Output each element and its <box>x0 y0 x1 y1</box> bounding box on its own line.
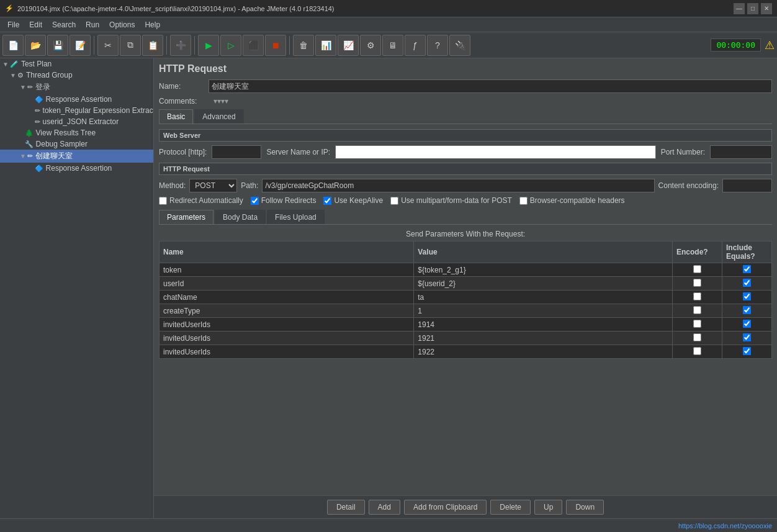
param-name[interactable]: token <box>159 263 414 277</box>
protocol-input[interactable] <box>212 145 261 159</box>
param-name[interactable]: userId <box>159 277 414 291</box>
param-name[interactable]: invitedUserIds <box>159 345 414 359</box>
save-button[interactable]: 💾 <box>47 35 68 56</box>
param-name[interactable]: invitedUserIds <box>159 331 414 345</box>
param-value[interactable]: 1921 <box>414 331 673 345</box>
param-include[interactable] <box>722 263 772 277</box>
param-encode[interactable] <box>673 277 722 291</box>
plugin-button[interactable]: 🔌 <box>449 35 470 56</box>
stop-now-button[interactable]: ⏹ <box>265 35 286 56</box>
sidebar-item-create-chat[interactable]: ▼ ✏ 创建聊天室 <box>0 150 153 163</box>
param-name[interactable]: chatName <box>159 291 414 304</box>
sidebar-item-test-plan[interactable]: ▼ 🧪 Test Plan <box>0 58 153 70</box>
param-include[interactable] <box>722 277 772 291</box>
menu-edit[interactable]: Edit <box>24 19 47 30</box>
param-encode[interactable] <box>673 331 722 345</box>
remote-button[interactable]: 🖥 <box>382 35 403 56</box>
add-clipboard-button[interactable]: Add from Clipboard <box>404 500 487 515</box>
help-button[interactable]: ? <box>427 35 448 56</box>
sidebar-item-response-assertion-1[interactable]: 🔷 Response Assertion <box>0 94 153 105</box>
monitor-button[interactable]: 📈 <box>338 35 359 56</box>
param-value[interactable]: ta <box>414 291 673 304</box>
param-name[interactable]: invitedUserIds <box>159 318 414 331</box>
sidebar-item-userid-json[interactable]: ✏ userid_JSON Extractor <box>0 116 153 127</box>
sidebar-item-login[interactable]: ▼ ✏ 登录 <box>0 81 153 94</box>
param-encode[interactable] <box>673 291 722 304</box>
param-encode[interactable] <box>673 345 722 359</box>
sidebar-item-view-results-tree[interactable]: 🌲 View Results Tree <box>0 127 153 138</box>
param-include[interactable] <box>722 318 772 331</box>
new-button[interactable]: 📄 <box>2 35 24 56</box>
maximize-button[interactable]: □ <box>747 3 758 14</box>
expand-button[interactable]: ➕ <box>170 35 191 56</box>
method-select[interactable]: POST GET PUT DELETE <box>189 179 237 192</box>
param-include[interactable] <box>722 331 772 345</box>
port-label: Port Number: <box>661 148 705 156</box>
login-icon: ✏ <box>27 83 33 91</box>
redirect-auto-input[interactable] <box>159 197 167 205</box>
port-input[interactable] <box>710 145 772 159</box>
redirect-auto-checkbox[interactable]: Redirect Automatically <box>159 196 243 205</box>
tab-advanced[interactable]: Advanced <box>194 109 243 124</box>
add-button[interactable]: Add <box>369 500 400 515</box>
menu-help[interactable]: Help <box>140 19 165 30</box>
follow-redirects-input[interactable] <box>251 197 259 205</box>
minimize-button[interactable]: — <box>734 3 745 14</box>
sidebar-item-debug-sampler[interactable]: 🔧 Debug Sampler <box>0 138 153 150</box>
follow-redirects-checkbox[interactable]: Follow Redirects <box>251 196 317 205</box>
server-input[interactable] <box>335 145 656 159</box>
param-value[interactable]: 1914 <box>414 318 673 331</box>
sidebar-item-label: userid_JSON Extractor <box>43 117 119 126</box>
encoding-input[interactable] <box>722 179 772 192</box>
param-value[interactable]: 1 <box>414 304 673 318</box>
param-encode[interactable] <box>673 318 722 331</box>
sidebar-item-token-regex[interactable]: ✏ token_Regular Expression Extractor <box>0 105 153 116</box>
tab-basic[interactable]: Basic <box>159 109 193 124</box>
sidebar-item-thread-group[interactable]: ▼ ⚙ Thread Group <box>0 70 153 81</box>
function-button[interactable]: ƒ <box>405 35 426 56</box>
param-encode[interactable] <box>673 263 722 277</box>
param-include[interactable] <box>722 345 772 359</box>
path-input[interactable] <box>262 179 654 192</box>
sidebar-item-response-assertion-2[interactable]: 🔷 Response Assertion <box>0 163 153 174</box>
browser-compat-checkbox[interactable]: Browser-compatible headers <box>519 196 625 205</box>
copy-button[interactable]: ⧉ <box>120 35 141 56</box>
tab-files-upload[interactable]: Files Upload <box>267 210 325 224</box>
run-selected-button[interactable]: ▷ <box>220 35 241 56</box>
comments-row: Comments: ▾▾▾▾ <box>159 97 772 106</box>
detail-button[interactable]: Detail <box>327 500 365 515</box>
paste-button[interactable]: 📋 <box>142 35 163 56</box>
menu-file[interactable]: File <box>2 19 24 30</box>
clear-button[interactable]: 🗑 <box>293 35 314 56</box>
up-button[interactable]: Up <box>534 500 562 515</box>
param-include[interactable] <box>722 291 772 304</box>
keepalive-input[interactable] <box>323 197 331 205</box>
down-button[interactable]: Down <box>566 500 604 515</box>
tab-parameters[interactable]: Parameters <box>159 210 213 224</box>
menu-search[interactable]: Search <box>47 19 81 30</box>
param-value[interactable]: 1922 <box>414 345 673 359</box>
param-value[interactable]: ${userid_2} <box>414 277 673 291</box>
open-button[interactable]: 📂 <box>25 35 46 56</box>
collapse-icon[interactable]: ▾▾▾▾ <box>213 97 228 106</box>
multipart-checkbox[interactable]: Use multipart/form-data for POST <box>390 196 512 205</box>
menu-run[interactable]: Run <box>81 19 104 30</box>
saveas-button[interactable]: 📝 <box>70 35 91 56</box>
name-input[interactable] <box>209 79 772 93</box>
close-button[interactable]: ✕ <box>761 3 772 14</box>
results-button[interactable]: 📊 <box>315 35 336 56</box>
menu-options[interactable]: Options <box>104 19 140 30</box>
param-name[interactable]: createType <box>159 304 414 318</box>
param-include[interactable] <box>722 304 772 318</box>
stop-button[interactable]: ⬛ <box>243 35 264 56</box>
config-button[interactable]: ⚙ <box>360 35 381 56</box>
cut-button[interactable]: ✂ <box>97 35 119 56</box>
keepalive-checkbox[interactable]: Use KeepAlive <box>323 196 383 205</box>
param-encode[interactable] <box>673 304 722 318</box>
tab-body-data[interactable]: Body Data <box>215 210 266 224</box>
multipart-input[interactable] <box>390 197 398 205</box>
delete-button[interactable]: Delete <box>490 500 531 515</box>
run-button[interactable]: ▶ <box>198 35 219 56</box>
browser-compat-input[interactable] <box>519 197 528 205</box>
param-value[interactable]: ${token_2_g1} <box>414 263 673 277</box>
